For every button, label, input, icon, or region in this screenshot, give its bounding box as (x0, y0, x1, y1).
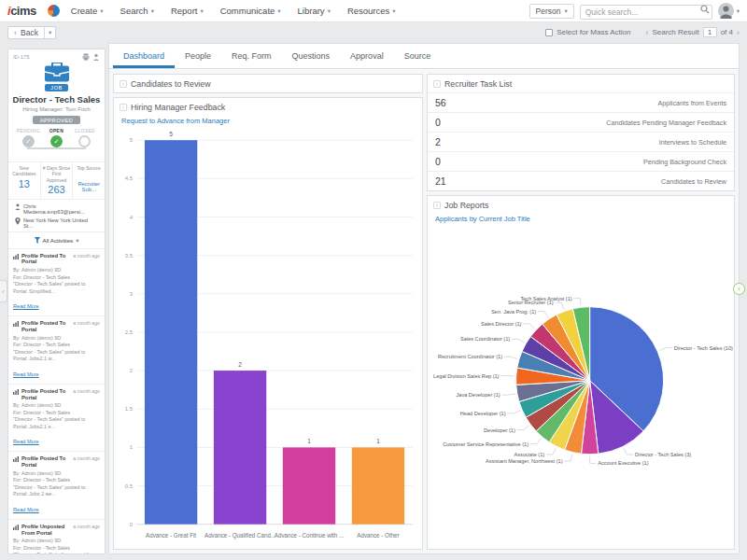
task-label: Applicants from Events (657, 99, 726, 107)
pie-slice-label: Legal Division Sales Rep (1) (433, 373, 500, 379)
prev-result-icon[interactable]: ‹ (645, 28, 648, 37)
location-icon (15, 217, 21, 225)
card-top: ID-175 (8, 49, 105, 61)
activities-filter[interactable]: All Activities ▾ (8, 231, 105, 248)
task-count: 0 (435, 117, 441, 128)
tab-people[interactable]: People (175, 44, 221, 68)
tab-approval[interactable]: Approval (340, 44, 394, 68)
hiring-manager-feedback-chart: 00.511.522.533.544.555Advance - Great Fi… (114, 127, 422, 549)
pie-slice-label: Sales Director (1) (481, 321, 522, 327)
pie-label-leader (512, 339, 524, 343)
tab-questions[interactable]: Questions (282, 44, 341, 68)
y-tick-label: 5 (130, 137, 134, 143)
pie-label-leader (530, 439, 542, 444)
panel-header: i Hiring Manager Feedback (114, 98, 422, 116)
home-icon[interactable] (48, 5, 60, 17)
step-pending: PENDING✓ (14, 128, 42, 158)
check-icon: ✓ (22, 135, 35, 147)
contact-text: Chris Miedema.smp63@persi... (23, 203, 98, 215)
tab-req-form[interactable]: Req. Form (221, 44, 282, 68)
sidebar-collapse-handle[interactable]: ‹ (0, 280, 7, 302)
pie-label-leader (504, 357, 517, 358)
person-dropdown[interactable]: Person ▾ (529, 4, 574, 19)
panel-info-icon[interactable]: i (433, 202, 441, 209)
bar[interactable] (352, 447, 404, 524)
menu-report[interactable]: Report▾ (171, 6, 204, 16)
activity-for: For: Director - Tech Sales (13, 274, 100, 282)
stat-label: # Days Since First Approved (42, 165, 72, 183)
bar[interactable] (145, 140, 197, 524)
pie-slice-label: Associate (1) (514, 452, 545, 457)
tab-dashboard[interactable]: Dashboard (113, 44, 175, 68)
activity-by: By: Admin (demo) 9D (13, 538, 100, 545)
menu-create[interactable]: Create▾ (71, 6, 104, 16)
pie-label-leader (517, 426, 529, 430)
activities-filter-label: All Activities (43, 237, 74, 244)
menu-communicate[interactable]: Communicate▾ (220, 6, 281, 16)
activity-head: Profile Posted To Portala month ago (13, 320, 100, 332)
bar[interactable] (283, 447, 335, 524)
dashboard-content: i Candidates to Review i Hiring Manager … (109, 70, 739, 553)
stat-link[interactable]: Recruiter Sub... (74, 181, 104, 192)
panel-info-icon[interactable]: i (120, 104, 127, 111)
back-dropdown[interactable]: ▾ (44, 27, 55, 38)
menu-library[interactable]: Library▾ (298, 6, 331, 16)
print-icon[interactable] (82, 53, 90, 61)
panel-info-icon[interactable]: i (120, 80, 127, 88)
activity-title: Profile Posted To Portal (21, 320, 70, 332)
left-column: i Candidates to Review i Hiring Manager … (113, 74, 423, 550)
applicants-by-title-link[interactable]: Applicants by Current Job Title (428, 214, 734, 225)
job-stats: New Candidates13# Days Since First Appro… (8, 161, 105, 200)
chevron-down-icon: ▾ (737, 7, 740, 15)
read-more-link[interactable]: Read More (13, 439, 39, 444)
checkbox-icon[interactable] (545, 29, 553, 36)
y-tick-label: 4 (130, 214, 134, 219)
task-label: Pending Background Check (643, 158, 726, 166)
search-result-nav: ‹ Search Result of 4 › (645, 27, 740, 37)
panel-expand-handle[interactable]: ‹ (733, 283, 745, 295)
chevron-down-icon: ▾ (564, 7, 567, 15)
search-icon[interactable] (700, 5, 710, 14)
activity-type-icon (13, 254, 19, 259)
activity-timestamp: a month ago (73, 388, 100, 394)
user-menu[interactable]: ▾ (718, 3, 740, 19)
panel-info-icon[interactable]: i (433, 80, 441, 88)
task-row[interactable]: 56Applicants from Events (428, 92, 734, 112)
y-tick-label: 0.5 (125, 483, 134, 489)
back-button[interactable]: ‹ Back ▾ (7, 26, 56, 39)
task-row[interactable]: 0Pending Background Check (428, 151, 734, 171)
select-mass-action[interactable]: Select for Mass Action (545, 28, 630, 36)
bar-value-label: 1 (376, 438, 380, 444)
task-row[interactable]: 2Interviews to Schedule (428, 132, 734, 151)
menu-resources[interactable]: Resources▾ (347, 6, 396, 16)
search-input[interactable] (580, 5, 712, 20)
request-to-advance-link[interactable]: Request to Advance from Manager (114, 116, 422, 127)
card-icons (82, 53, 100, 61)
activity-timestamp: a month ago (73, 320, 100, 326)
read-more-link[interactable]: Read More (13, 507, 39, 512)
activity-head: Profile Posted To Portala month ago (13, 253, 100, 265)
stat-top-source: Top SourceRecruiter Sub... (73, 162, 105, 199)
pie-label-leader (624, 448, 633, 455)
activity-body: By: Admin (demo) 9DFor: Director - Tech … (13, 470, 100, 498)
menu-search[interactable]: Search▾ (120, 6, 154, 16)
read-more-link[interactable]: Read More (13, 371, 39, 377)
job-id: ID-175 (13, 54, 29, 60)
briefcase-wrap (8, 63, 105, 82)
panel-job-reports: i Job Reports Applicants by Current Job … (427, 195, 735, 550)
next-result-icon[interactable]: › (737, 28, 740, 37)
bar[interactable] (214, 371, 266, 525)
pie-slice-label: Sen. Java Prog. (1) (491, 309, 536, 315)
person-icon (15, 203, 21, 210)
contact-row: New York New York United St... (15, 217, 98, 229)
task-row[interactable]: 21Candidates to Review (428, 171, 734, 190)
search-result-input[interactable] (703, 27, 717, 37)
follow-icon[interactable] (92, 53, 100, 61)
tab-source[interactable]: Source (394, 44, 442, 68)
stat-label: Top Source (74, 165, 104, 177)
stat--days-since-first-approved: # Days Since First Approved263 (41, 162, 74, 199)
tab-bar: DashboardPeopleReq. FormQuestionsApprova… (109, 44, 739, 69)
read-more-link[interactable]: Read More (13, 303, 39, 309)
task-row[interactable]: 0Candidates Pending Manager Feedback (428, 112, 734, 132)
avatar[interactable] (718, 3, 734, 19)
